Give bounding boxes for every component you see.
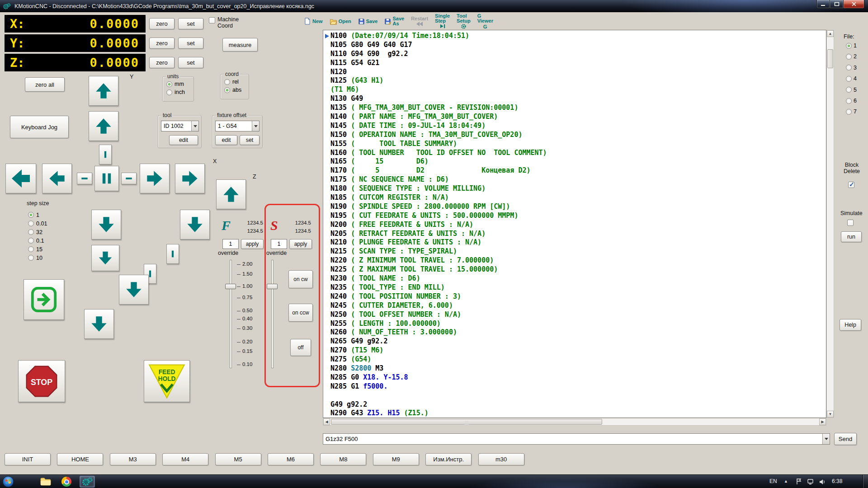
macro-button-3[interactable]: M3 xyxy=(110,453,156,465)
feed-override-slider[interactable] xyxy=(230,260,232,368)
open-button[interactable]: Open xyxy=(330,18,351,25)
step-size-option[interactable]: 1 xyxy=(28,211,47,219)
jog-y-minus-fast-button[interactable] xyxy=(91,245,119,271)
machine-coord-checkbox[interactable] xyxy=(209,17,215,23)
jog-y-step-button[interactable] xyxy=(99,145,112,164)
feed-override-input[interactable]: 1 xyxy=(222,239,239,249)
spindle-override-input[interactable]: 1 xyxy=(271,239,287,249)
taskbar-kmotion-button[interactable] xyxy=(80,476,95,488)
units-inch-option[interactable]: inch xyxy=(166,89,193,95)
scroll-left-icon[interactable]: ◀ xyxy=(323,418,330,425)
jog-x-minus-fast-button[interactable] xyxy=(5,164,36,193)
step-size-option[interactable]: 15 xyxy=(28,245,47,253)
radio-icon[interactable] xyxy=(224,87,230,93)
set-x-button[interactable]: set xyxy=(178,18,203,29)
g-viewer-button[interactable]: G ViewerG xyxy=(477,14,493,29)
fixture-set-button[interactable]: set xyxy=(240,135,259,145)
step-size-option[interactable]: 0.1 xyxy=(28,236,47,245)
save-as-button[interactable]: Save As xyxy=(384,16,404,26)
step-size-option[interactable]: 32 xyxy=(28,228,47,236)
macro-button-8[interactable]: M9 xyxy=(373,453,419,465)
dropdown-arrow-icon[interactable] xyxy=(822,434,830,444)
jog-y-plus-button[interactable] xyxy=(89,111,118,141)
zero-y-button[interactable]: zero xyxy=(149,38,175,49)
spindle-on-cw-button[interactable]: on cw xyxy=(288,270,313,288)
radio-icon[interactable] xyxy=(846,65,852,70)
jog-z-plus-button[interactable] xyxy=(216,179,246,209)
feed-override-slider-thumb[interactable] xyxy=(225,284,236,289)
units-mm-option[interactable]: mm xyxy=(166,81,193,87)
taskbar-explorer-button[interactable] xyxy=(38,476,53,488)
run-button[interactable]: run xyxy=(841,231,862,242)
radio-icon[interactable] xyxy=(166,89,172,95)
simulate-checkbox[interactable] xyxy=(847,220,854,226)
zero-all-button[interactable]: zero all xyxy=(25,77,65,92)
minimize-button[interactable] xyxy=(816,0,830,9)
macro-button-5[interactable]: M5 xyxy=(215,453,261,465)
network-icon[interactable] xyxy=(807,479,814,487)
set-y-button[interactable]: set xyxy=(178,38,203,49)
macro-button-7[interactable]: M8 xyxy=(320,453,366,465)
maximize-button[interactable] xyxy=(830,0,844,9)
gcode-hscrollbar-thumb[interactable] xyxy=(331,419,602,425)
scroll-right-icon[interactable]: ▶ xyxy=(819,418,826,425)
file-radio-4[interactable]: 4 xyxy=(846,75,857,82)
language-indicator[interactable]: EN xyxy=(769,478,777,484)
single-step-button[interactable]: Single Step xyxy=(435,14,450,29)
restart-button[interactable]: Restart xyxy=(411,16,428,27)
set-z-button[interactable]: set xyxy=(178,57,203,68)
step-size-option[interactable]: 10 xyxy=(28,253,47,262)
radio-icon[interactable] xyxy=(166,81,172,87)
start-button[interactable] xyxy=(2,475,14,488)
scroll-up-icon[interactable]: ▲ xyxy=(827,30,834,37)
feed-apply-button[interactable]: apply xyxy=(241,239,264,249)
tool-select[interactable]: ID 1002 xyxy=(161,121,199,131)
step-size-option[interactable]: 0.01 xyxy=(28,219,47,228)
macro-button-1[interactable]: INIT xyxy=(5,453,51,465)
keyboard-jog-button[interactable]: Keyboard Jog xyxy=(10,116,69,138)
radio-icon[interactable] xyxy=(846,76,852,82)
clock[interactable]: 6:38 xyxy=(832,478,842,484)
fixture-edit-button[interactable]: edit xyxy=(215,135,237,145)
file-radio-5[interactable]: 5 xyxy=(846,87,857,93)
close-button[interactable] xyxy=(844,0,864,9)
help-button[interactable]: Help xyxy=(840,319,861,331)
volume-icon[interactable] xyxy=(819,479,826,487)
feed-hold-button[interactable]: FEED HOLD xyxy=(144,360,190,402)
radio-icon[interactable] xyxy=(846,98,852,104)
jog-down-diagonal-button[interactable] xyxy=(119,275,149,305)
jog-x-plus-fast-button[interactable] xyxy=(175,164,205,193)
file-radio-6[interactable]: 6 xyxy=(846,98,857,104)
radio-icon[interactable] xyxy=(224,79,230,85)
show-hidden-icons-button[interactable]: ▲ xyxy=(784,479,788,483)
radio-icon[interactable] xyxy=(846,43,852,49)
stop-button[interactable]: STOP xyxy=(18,360,65,402)
coord-rel-option[interactable]: rel xyxy=(224,79,249,85)
show-desktop-button[interactable] xyxy=(863,475,868,488)
jog-y-plus-fast-button[interactable] xyxy=(89,76,118,106)
radio-icon[interactable] xyxy=(28,212,34,218)
spindle-apply-button[interactable]: apply xyxy=(289,239,312,249)
jog-y-minus-button[interactable] xyxy=(91,210,121,239)
mdi-command-value[interactable]: G1z32 F500 xyxy=(323,436,822,442)
macro-button-6[interactable]: M6 xyxy=(268,453,314,465)
jog-x-minus-button[interactable] xyxy=(42,164,72,193)
zero-z-button[interactable]: zero xyxy=(149,57,175,68)
gcode-hscrollbar[interactable]: ◀ ▶ xyxy=(323,418,826,426)
file-radio-3[interactable]: 3 xyxy=(846,65,857,71)
taskbar-chrome-button[interactable] xyxy=(59,476,74,488)
send-button[interactable]: Send xyxy=(834,433,857,445)
gcode-editor[interactable]: N100 (Date:07/09/14 Time:18:04:51)N105 G… xyxy=(323,30,826,418)
jog-pause-button[interactable] xyxy=(94,166,119,191)
radio-icon[interactable] xyxy=(28,255,34,261)
radio-icon[interactable] xyxy=(846,109,852,115)
macro-button-4[interactable]: M4 xyxy=(162,453,208,465)
spindle-off-button[interactable]: off xyxy=(290,339,311,356)
jog-z-step-button[interactable] xyxy=(166,244,179,264)
radio-icon[interactable] xyxy=(28,246,34,252)
jog-x-step-right-button[interactable] xyxy=(121,173,137,184)
scroll-down-icon[interactable]: ▼ xyxy=(827,411,834,418)
zero-x-button[interactable]: zero xyxy=(149,18,175,29)
cycle-start-button[interactable] xyxy=(24,279,64,320)
jog-x-plus-button[interactable] xyxy=(140,164,170,193)
